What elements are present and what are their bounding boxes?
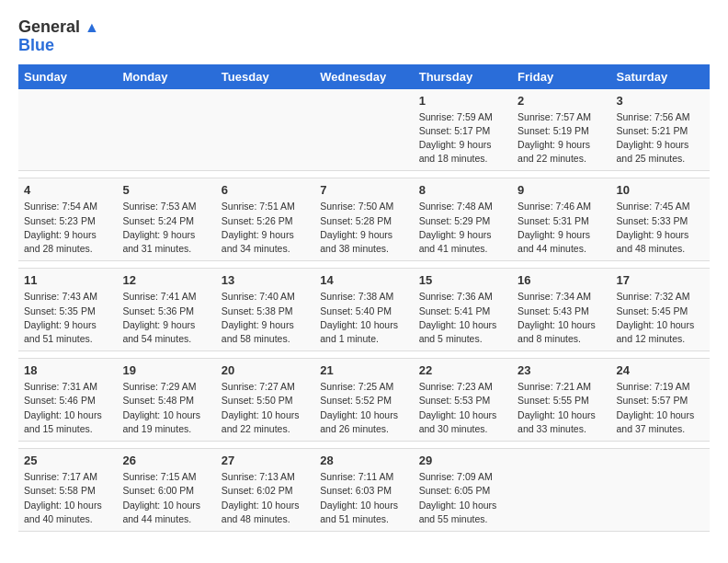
day-number: 16	[518, 273, 605, 287]
cell-5-7	[611, 449, 710, 532]
week-row-3: 11Sunrise: 7:43 AM Sunset: 5:35 PM Dayli…	[18, 269, 710, 351]
logo-general-text: General ▲	[18, 18, 99, 37]
day-info: Sunrise: 7:09 AM Sunset: 6:05 PM Dayligh…	[419, 470, 506, 526]
day-number: 15	[419, 273, 506, 287]
cell-3-7: 17Sunrise: 7:32 AM Sunset: 5:45 PM Dayli…	[611, 269, 710, 351]
cell-5-6	[512, 449, 610, 532]
cell-5-3: 27Sunrise: 7:13 AM Sunset: 6:02 PM Dayli…	[216, 449, 314, 532]
day-number: 14	[320, 273, 407, 287]
week-row-4: 18Sunrise: 7:31 AM Sunset: 5:46 PM Dayli…	[18, 359, 710, 442]
day-number: 7	[320, 183, 407, 197]
calendar-table: Sunday Monday Tuesday Wednesday Thursday…	[18, 64, 710, 532]
day-number: 5	[122, 183, 210, 197]
cell-3-3: 13Sunrise: 7:40 AM Sunset: 5:38 PM Dayli…	[216, 269, 314, 351]
col-tuesday: Tuesday	[216, 64, 314, 89]
day-number: 6	[222, 183, 309, 197]
day-info: Sunrise: 7:32 AM Sunset: 5:45 PM Dayligh…	[617, 290, 704, 346]
col-friday: Friday	[512, 64, 610, 89]
day-number: 22	[419, 363, 506, 377]
day-number: 18	[24, 363, 111, 377]
cell-1-4	[314, 89, 413, 171]
cell-3-4: 14Sunrise: 7:38 AM Sunset: 5:40 PM Dayli…	[314, 269, 413, 351]
day-info: Sunrise: 7:50 AM Sunset: 5:28 PM Dayligh…	[320, 200, 407, 256]
col-monday: Monday	[117, 64, 215, 89]
logo-blue-text: Blue	[18, 37, 99, 55]
week-row-1: 1Sunrise: 7:59 AM Sunset: 5:17 PM Daylig…	[18, 89, 710, 171]
cell-2-7: 10Sunrise: 7:45 AM Sunset: 5:33 PM Dayli…	[611, 178, 710, 261]
day-info: Sunrise: 7:56 AM Sunset: 5:21 PM Dayligh…	[617, 110, 704, 167]
day-number: 24	[617, 363, 704, 377]
week-row-5: 25Sunrise: 7:17 AM Sunset: 5:58 PM Dayli…	[18, 449, 710, 532]
cell-4-6: 23Sunrise: 7:21 AM Sunset: 5:55 PM Dayli…	[512, 359, 610, 442]
calendar-header-row: Sunday Monday Tuesday Wednesday Thursday…	[18, 64, 710, 89]
cell-1-7: 3Sunrise: 7:56 AM Sunset: 5:21 PM Daylig…	[611, 89, 710, 171]
day-number: 13	[222, 273, 309, 287]
day-info: Sunrise: 7:23 AM Sunset: 5:53 PM Dayligh…	[419, 380, 506, 436]
day-info: Sunrise: 7:38 AM Sunset: 5:40 PM Dayligh…	[320, 290, 407, 346]
day-info: Sunrise: 7:34 AM Sunset: 5:43 PM Dayligh…	[518, 290, 605, 346]
col-saturday: Saturday	[611, 64, 710, 89]
day-number: 19	[122, 363, 210, 377]
cell-5-5: 29Sunrise: 7:09 AM Sunset: 6:05 PM Dayli…	[414, 449, 512, 532]
cell-3-5: 15Sunrise: 7:36 AM Sunset: 5:41 PM Dayli…	[414, 269, 512, 351]
day-info: Sunrise: 7:57 AM Sunset: 5:19 PM Dayligh…	[518, 110, 605, 167]
cell-2-6: 9Sunrise: 7:46 AM Sunset: 5:31 PM Daylig…	[512, 178, 610, 261]
cell-3-6: 16Sunrise: 7:34 AM Sunset: 5:43 PM Dayli…	[512, 269, 610, 351]
day-info: Sunrise: 7:11 AM Sunset: 6:03 PM Dayligh…	[320, 470, 407, 526]
day-info: Sunrise: 7:46 AM Sunset: 5:31 PM Dayligh…	[518, 200, 605, 256]
cell-4-4: 21Sunrise: 7:25 AM Sunset: 5:52 PM Dayli…	[314, 359, 413, 442]
day-number: 27	[222, 454, 309, 467]
col-sunday: Sunday	[18, 64, 117, 89]
day-info: Sunrise: 7:45 AM Sunset: 5:33 PM Dayligh…	[617, 200, 704, 256]
cell-1-3	[216, 89, 314, 171]
cell-5-2: 26Sunrise: 7:15 AM Sunset: 6:00 PM Dayli…	[117, 449, 215, 532]
day-number: 10	[617, 183, 704, 197]
day-info: Sunrise: 7:15 AM Sunset: 6:00 PM Dayligh…	[122, 470, 210, 526]
cell-2-4: 7Sunrise: 7:50 AM Sunset: 5:28 PM Daylig…	[314, 178, 413, 261]
day-number: 20	[222, 363, 309, 377]
cell-1-2	[117, 89, 215, 171]
day-info: Sunrise: 7:31 AM Sunset: 5:46 PM Dayligh…	[24, 380, 111, 436]
cell-3-2: 12Sunrise: 7:41 AM Sunset: 5:36 PM Dayli…	[117, 269, 215, 351]
divider-row-1	[18, 171, 710, 178]
day-info: Sunrise: 7:29 AM Sunset: 5:48 PM Dayligh…	[122, 380, 210, 436]
cell-4-3: 20Sunrise: 7:27 AM Sunset: 5:50 PM Dayli…	[216, 359, 314, 442]
cell-1-5: 1Sunrise: 7:59 AM Sunset: 5:17 PM Daylig…	[414, 89, 512, 171]
cell-2-3: 6Sunrise: 7:51 AM Sunset: 5:26 PM Daylig…	[216, 178, 314, 261]
day-info: Sunrise: 7:59 AM Sunset: 5:17 PM Dayligh…	[419, 110, 506, 167]
day-info: Sunrise: 7:25 AM Sunset: 5:52 PM Dayligh…	[320, 380, 407, 436]
day-number: 17	[617, 273, 704, 287]
day-info: Sunrise: 7:27 AM Sunset: 5:50 PM Dayligh…	[222, 380, 309, 436]
day-number: 2	[518, 94, 605, 108]
day-number: 25	[24, 454, 111, 467]
col-wednesday: Wednesday	[314, 64, 413, 89]
day-number: 29	[419, 454, 506, 467]
logo: General ▲Blue	[18, 18, 99, 55]
day-number: 21	[320, 363, 407, 377]
cell-2-1: 4Sunrise: 7:54 AM Sunset: 5:23 PM Daylig…	[18, 178, 117, 261]
cell-2-2: 5Sunrise: 7:53 AM Sunset: 5:24 PM Daylig…	[117, 178, 215, 261]
divider-row-4	[18, 442, 710, 449]
day-number: 12	[122, 273, 210, 287]
cell-5-4: 28Sunrise: 7:11 AM Sunset: 6:03 PM Dayli…	[314, 449, 413, 532]
day-info: Sunrise: 7:51 AM Sunset: 5:26 PM Dayligh…	[222, 200, 309, 256]
col-thursday: Thursday	[414, 64, 512, 89]
day-info: Sunrise: 7:53 AM Sunset: 5:24 PM Dayligh…	[122, 200, 210, 256]
day-info: Sunrise: 7:54 AM Sunset: 5:23 PM Dayligh…	[24, 200, 111, 256]
cell-1-6: 2Sunrise: 7:57 AM Sunset: 5:19 PM Daylig…	[512, 89, 610, 171]
divider-row-3	[18, 351, 710, 359]
day-number: 11	[24, 273, 111, 287]
day-number: 3	[617, 94, 704, 108]
day-info: Sunrise: 7:41 AM Sunset: 5:36 PM Dayligh…	[122, 290, 210, 346]
day-info: Sunrise: 7:40 AM Sunset: 5:38 PM Dayligh…	[222, 290, 309, 346]
cell-3-1: 11Sunrise: 7:43 AM Sunset: 5:35 PM Dayli…	[18, 269, 117, 351]
day-number: 8	[419, 183, 506, 197]
day-info: Sunrise: 7:17 AM Sunset: 5:58 PM Dayligh…	[24, 470, 111, 526]
cell-4-2: 19Sunrise: 7:29 AM Sunset: 5:48 PM Dayli…	[117, 359, 215, 442]
day-number: 23	[518, 363, 605, 377]
week-row-2: 4Sunrise: 7:54 AM Sunset: 5:23 PM Daylig…	[18, 178, 710, 261]
day-info: Sunrise: 7:19 AM Sunset: 5:57 PM Dayligh…	[617, 380, 704, 436]
cell-4-5: 22Sunrise: 7:23 AM Sunset: 5:53 PM Dayli…	[414, 359, 512, 442]
day-info: Sunrise: 7:43 AM Sunset: 5:35 PM Dayligh…	[24, 290, 111, 346]
day-number: 4	[24, 183, 111, 197]
